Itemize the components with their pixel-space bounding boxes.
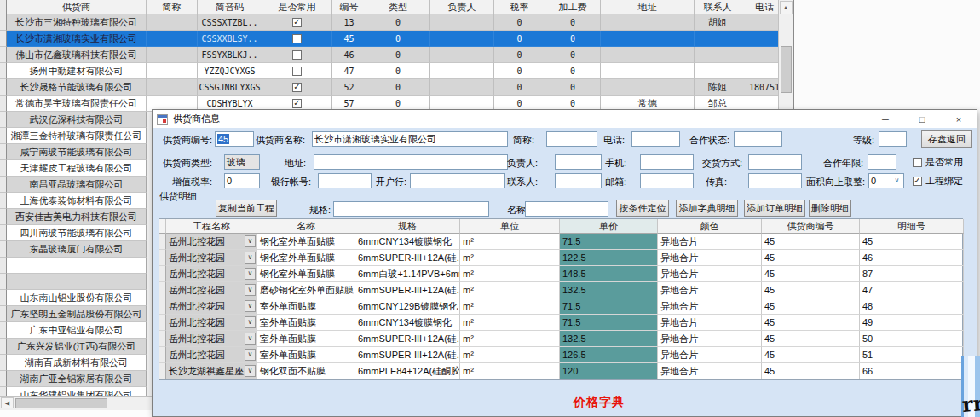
supplier-list-item[interactable]: 广东兴发铝业(江西)有限公司 [7,339,147,355]
cell-project[interactable]: 岳州北控花园∨ [166,347,257,363]
cell-addr[interactable] [601,79,695,96]
supplier-list-item[interactable]: 天津耀皮工程玻璃有限公司 [7,160,147,177]
maximize-button[interactable]: □ [909,110,935,128]
supplier-list-item[interactable]: 湘潭三金特种玻璃有限责任公司 [7,128,147,144]
row-header[interactable] [159,347,166,363]
cell-common[interactable]: ✓ [262,79,332,96]
cell-addr[interactable] [601,14,695,31]
cell-common[interactable]: ✓ [262,14,332,31]
supplier-list-item[interactable]: 湖南百成新材料有限公司 [7,355,147,371]
row-header[interactable] [159,298,166,315]
cell-price[interactable]: 132.5 [560,282,658,298]
cell-detail_no[interactable]: 50 [860,331,964,347]
column-header-type[interactable]: 类型 [366,0,430,14]
cell-detail_no[interactable]: 46 [860,250,964,266]
cell-price[interactable]: 71.5 [560,234,658,250]
supplier-list-item[interactable] [7,258,147,274]
cell-tax[interactable]: 0 [494,47,545,63]
row-header[interactable] [159,363,166,379]
row-header[interactable] [0,31,7,47]
cell-code[interactable]: CSSSXTZBL.. [198,14,262,31]
column-header-abbr[interactable]: 简称 [147,0,198,14]
coop-years-input[interactable] [868,154,896,170]
cell-supplier[interactable]: 常德市昊宇玻璃有限责任公司 [7,96,147,112]
cell-fee[interactable]: 0 [545,63,601,79]
cell-contact[interactable]: 陈姐 [695,79,741,96]
cell-id[interactable]: 52 [332,79,366,96]
cell-detail_no[interactable]: 47 [860,282,964,298]
row-header[interactable] [0,79,7,96]
supplier-list-item[interactable]: 四川南玻节能玻璃有限公司 [7,225,147,241]
save-return-button[interactable]: 存盘返回 [921,130,972,148]
row-header[interactable] [159,315,166,331]
row-header[interactable] [159,331,166,347]
cell-detail_no[interactable]: 51 [860,347,964,363]
row-header[interactable] [0,241,7,258]
cell-spec[interactable]: 6mmSUPER-III+12A(硅... [355,282,460,298]
minimize-button[interactable]: ─ [873,110,898,128]
cell-type[interactable]: 0 [366,79,430,96]
cell-name[interactable]: 钢化室外单面贴膜 [257,234,355,250]
cell-spec[interactable]: 6mmCNY129B镀膜钢化 [355,298,460,315]
cell-name[interactable]: 室外单面贴膜 [257,298,355,315]
cell-code[interactable]: CSSGJNBLYXGS [198,79,262,96]
row-header[interactable] [159,266,166,282]
cell-color[interactable]: 异地合片 [658,266,762,282]
cell-type[interactable]: 0 [366,63,430,79]
cell-tax[interactable]: 0 [494,14,545,31]
cell-id[interactable]: 47 [332,63,366,79]
cell-unit[interactable]: m² [460,234,560,250]
phone-input[interactable] [631,131,680,147]
cell-color[interactable]: 异地合片 [658,250,762,266]
cell-unit[interactable]: m² [460,363,560,379]
cell-tax[interactable]: 0 [494,63,545,79]
supplier-list-item[interactable]: 广东中亚铝业有限公司 [7,322,147,339]
scroll-up-icon[interactable]: ▲ [780,1,793,14]
cell-price[interactable]: 120 [560,363,658,379]
row-header[interactable] [159,234,166,250]
cell-tax[interactable]: 0 [494,31,545,47]
cell-contact[interactable] [695,31,741,47]
supplier-list-item[interactable]: 咸宁南玻节能玻璃有限公司 [7,144,147,160]
name-filter-input[interactable] [525,201,608,217]
common-use-checkbox[interactable]: ✓ [292,99,302,108]
cell-abbr[interactable] [147,63,198,79]
project-bind-checkbox[interactable]: ✓ 工程绑定 [913,175,963,188]
coop-status-input[interactable] [734,131,782,147]
row-header[interactable] [0,274,7,290]
cell-name[interactable]: 室外单面贴膜 [257,331,355,347]
cell-abbr[interactable] [147,47,198,63]
row-header[interactable] [0,193,7,209]
cell-common[interactable] [262,47,332,63]
locate-by-condition-button[interactable]: 按条件定位 [616,200,669,217]
add-order-detail-button[interactable]: 添加订单明细 [744,200,805,217]
row-header[interactable] [0,306,7,322]
cell-unit[interactable]: m² [460,250,560,266]
cell-detail_no[interactable]: 48 [860,298,964,315]
supplier-list-item[interactable]: 南昌亚晶玻璃有限公司 [7,177,147,193]
cell-price[interactable]: 126.5 [560,347,658,363]
cell-price[interactable]: 71.5 [560,315,658,331]
cell-abbr[interactable] [147,14,198,31]
cell-price[interactable]: 71.5 [560,298,658,315]
cell-supplier_no[interactable]: 45 [762,250,860,266]
cell-color[interactable]: 异地合片 [658,298,762,315]
cell-spec[interactable]: 6mmSUPER-III+12A(硅... [355,250,460,266]
vat-input[interactable]: 0 [224,173,260,188]
combo-dropdown-icon[interactable]: ∨ [245,349,256,361]
mobile-input[interactable] [640,154,694,170]
supplier-list-item[interactable] [7,274,147,290]
cell-fee[interactable]: 0 [545,31,601,47]
supplier-list-item[interactable]: 广东坚朗五金制品股份有限公司 [7,306,147,322]
cell-color[interactable]: 异地合片 [658,331,762,347]
cell-type[interactable]: 0 [366,14,430,31]
cell-detail_no[interactable]: 45 [860,234,964,250]
column-header-name[interactable]: 名称 [257,219,355,234]
cell-project[interactable]: 岳州北控花园∨ [166,234,257,250]
cell-project[interactable]: 岳州北控花园∨ [166,315,257,331]
cell-name[interactable]: 钢化室外单面贴膜 [257,250,355,266]
cell-unit[interactable]: m² [460,282,560,298]
cell-type[interactable]: 0 [366,31,430,47]
row-header[interactable] [0,355,7,371]
row-header[interactable] [0,144,7,160]
